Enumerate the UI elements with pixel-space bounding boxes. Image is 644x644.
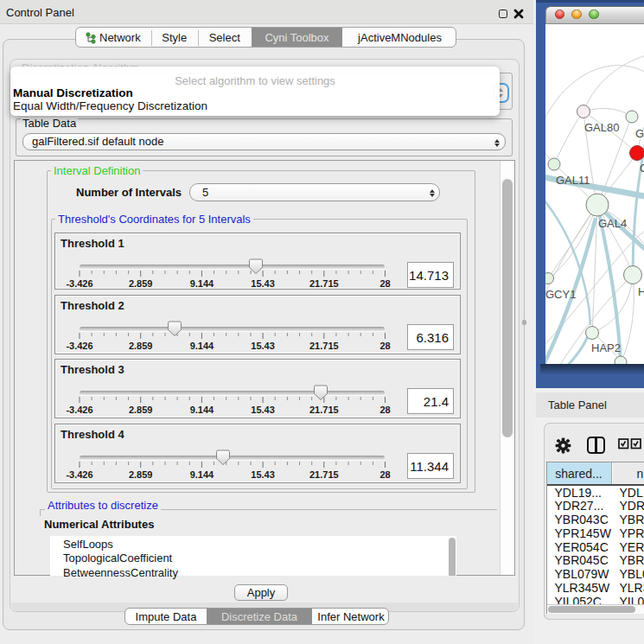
svg-text:GAL80: GAL80 xyxy=(584,121,619,134)
svg-text:GAL4: GAL4 xyxy=(598,217,627,230)
svg-text:GCY1: GCY1 xyxy=(545,288,576,301)
svg-text:H: H xyxy=(638,285,644,298)
svg-text:HAP2: HAP2 xyxy=(591,341,621,354)
svg-text:GA: GA xyxy=(635,127,644,140)
svg-text:C: C xyxy=(640,162,644,175)
svg-text:GAL11: GAL11 xyxy=(556,174,590,187)
